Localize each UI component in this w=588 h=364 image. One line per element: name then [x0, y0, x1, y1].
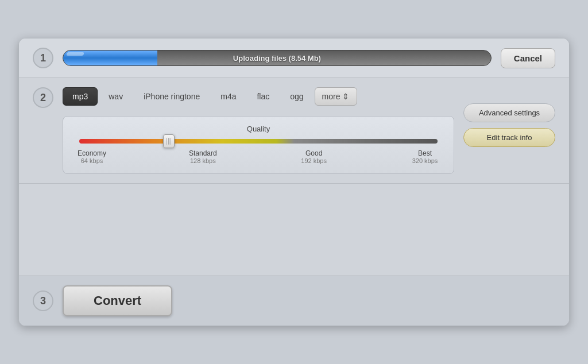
section-spacer	[19, 184, 569, 276]
tab-mp3[interactable]: mp3	[63, 87, 98, 106]
step-2-circle: 2	[33, 87, 53, 108]
quality-standard-name: Standard	[185, 149, 220, 157]
quality-good-name: Good	[297, 149, 331, 157]
step-1-circle: 1	[33, 48, 53, 68]
edit-track-info-button[interactable]: Edit track info	[463, 128, 555, 147]
section-2-format: 2 mp3 wav iPhone ringtone m4a flac ogg m…	[19, 78, 569, 184]
slider-track-wrapper	[79, 139, 438, 144]
tab-m4a[interactable]: m4a	[211, 87, 246, 106]
cancel-button[interactable]: Cancel	[501, 48, 555, 68]
slider-thumb-line-1	[167, 138, 168, 145]
progress-bar-container: Uploading files (8.54 Mb)	[63, 50, 492, 66]
slider-thumb[interactable]	[163, 134, 175, 148]
advanced-settings-button[interactable]: Advanced settings	[463, 103, 555, 122]
tab-wav[interactable]: wav	[99, 87, 133, 106]
section-3-convert: 3 Convert	[19, 276, 569, 326]
side-buttons: Advanced settings Edit track info	[463, 87, 555, 147]
section-1-upload: 1 Uploading files (8.54 Mb) Cancel	[19, 38, 569, 78]
quality-box: Quality Economy 64 kbps	[63, 116, 454, 174]
quality-economy-kbps: 64 kbps	[75, 157, 109, 164]
quality-labels: Economy 64 kbps Standard 128 kbps Good 1…	[75, 149, 442, 164]
more-select[interactable]: more ⇕	[315, 87, 357, 106]
tab-iphone-ringtone[interactable]: iPhone ringtone	[134, 87, 210, 106]
quality-economy-name: Economy	[75, 149, 109, 157]
section-2-inner: 2 mp3 wav iPhone ringtone m4a flac ogg m…	[33, 87, 555, 174]
slider-thumb-line-2	[168, 138, 169, 145]
quality-title: Quality	[75, 125, 442, 133]
convert-button[interactable]: Convert	[63, 285, 172, 316]
quality-label-standard: Standard 128 kbps	[185, 149, 220, 164]
quality-best-name: Best	[408, 149, 442, 157]
format-content: mp3 wav iPhone ringtone m4a flac ogg mor…	[63, 87, 454, 174]
quality-label-good: Good 192 kbps	[297, 149, 331, 164]
tab-flac[interactable]: flac	[247, 87, 279, 106]
progress-bar-fill	[63, 51, 157, 65]
quality-good-kbps: 192 kbps	[297, 157, 331, 164]
format-tabs: mp3 wav iPhone ringtone m4a flac ogg mor…	[63, 87, 454, 106]
slider-track	[79, 139, 438, 144]
app-container: 1 Uploading files (8.54 Mb) Cancel 2 mp3…	[18, 38, 570, 326]
quality-standard-kbps: 128 kbps	[185, 157, 220, 164]
tab-ogg[interactable]: ogg	[280, 87, 313, 106]
slider-thumb-line-3	[171, 138, 172, 145]
step-3-circle: 3	[33, 291, 53, 311]
quality-best-kbps: 320 kbps	[408, 157, 442, 164]
quality-label-economy: Economy 64 kbps	[75, 149, 109, 164]
quality-label-best: Best 320 kbps	[408, 149, 442, 164]
